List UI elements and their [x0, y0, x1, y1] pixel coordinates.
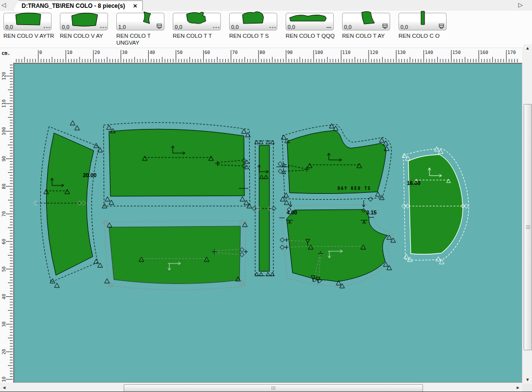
dashes-icon [100, 24, 106, 29]
svg-text:0: 0 [39, 50, 42, 55]
piece-thumbnail-cell: 0,0REN COLO V AY [60, 13, 111, 39]
pattern-piece-side-panel-selected[interactable]: 16.00 [402, 147, 469, 264]
scroll-down-icon[interactable]: ▼ [523, 376, 532, 384]
scroll-left-icon[interactable]: ◄ [0, 384, 8, 392]
piece-thumbnail-label: REN COLO T AY [342, 32, 393, 39]
dashes-icon [213, 24, 219, 29]
piece-thumbnail-cell: 0,0REN COLO T AY [342, 13, 393, 39]
pattern-canvas[interactable]: 20.00DAY KEO TS4.003.1516.00 [14, 64, 522, 382]
svg-text:150: 150 [452, 50, 461, 55]
piece-thumbnail-cell: 0,0REN COLO T QQQ [286, 13, 337, 39]
piece-thumbnail-label: REN COLO T T [173, 32, 224, 39]
tab-close-icon[interactable]: ✕ [133, 3, 137, 9]
plotter-icon [156, 24, 163, 29]
svg-text:3.15: 3.15 [366, 209, 376, 215]
piece-thumbnail-label: REN COLO C O [399, 32, 450, 39]
piece-origin-label: 0,0 [400, 24, 408, 30]
piece-thumbnail[interactable]: 0,0 [3, 13, 52, 30]
piece-thumbnail[interactable]: 0,0 [173, 13, 221, 30]
svg-text:130: 130 [397, 50, 405, 55]
piece-thumbnail-label: REN COLO V AY [60, 32, 111, 39]
svg-text:30: 30 [1, 321, 6, 327]
svg-text:80: 80 [1, 183, 6, 189]
svg-text:110: 110 [342, 50, 350, 55]
piece-thumbnail-cell: 0,0REN COLO V AYTR [3, 13, 54, 39]
piece-thumbnail[interactable]: 1,0 [116, 13, 164, 30]
svg-text:20.00: 20.00 [83, 172, 97, 178]
pattern-piece-top-panel[interactable] [102, 123, 252, 208]
svg-text:40: 40 [149, 50, 155, 55]
piece-origin-label: 0,0 [62, 24, 69, 30]
svg-text:100: 100 [315, 50, 323, 55]
piece-origin-label: 0,0 [5, 24, 13, 30]
horizontal-ruler: cm.0102030405060708090100110120130140150… [0, 48, 522, 63]
svg-text:DAY KEO TS: DAY KEO TS [338, 186, 371, 191]
svg-text:10: 10 [1, 376, 6, 382]
svg-text:90: 90 [287, 50, 293, 55]
tab-scroll-right-icon[interactable]: ▷ [518, 1, 523, 9]
piece-thumbnail-cell: 1,0REN COLO T UNGVAY [116, 13, 167, 46]
svg-text:110: 110 [1, 99, 6, 107]
horizontal-scrollbar[interactable]: ◄ ► [0, 384, 522, 392]
piece-origin-label: 1,0 [118, 24, 126, 30]
svg-text:170: 170 [507, 50, 516, 55]
piece-thumbnail-label: REN COLO T QQQ [286, 32, 337, 39]
piece-thumbnail[interactable]: 0,0 [286, 13, 334, 30]
scroll-up-icon[interactable]: ▲ [523, 44, 532, 52]
svg-text:70: 70 [232, 50, 238, 55]
piece-thumbnail-cell: 0,0REN COLO T S [229, 13, 280, 39]
scrollbar-grip [526, 226, 530, 229]
svg-text:16.00: 16.00 [407, 180, 421, 186]
horizontal-scrollbar-thumb[interactable] [124, 384, 423, 392]
scrollbar-grip [272, 386, 275, 390]
pattern-piece-curved-band[interactable]: 20.00 [34, 121, 103, 287]
piece-thumbnail[interactable]: 0,0 [342, 13, 390, 30]
canvas-viewport[interactable]: 20.00DAY KEO TS4.003.1516.00 [13, 63, 522, 383]
svg-text:80: 80 [260, 50, 266, 55]
svg-text:160: 160 [480, 50, 488, 55]
pattern-piece-front-bodice[interactable]: DAY KEO TS [276, 124, 392, 205]
svg-text:40: 40 [1, 294, 6, 300]
piece-thumbnail[interactable]: 0,0 [229, 13, 277, 30]
piece-origin-label: 0,0 [175, 24, 182, 30]
svg-text:70: 70 [1, 211, 6, 217]
plotter-icon [382, 24, 389, 29]
piece-origin-label: 0,0 [231, 24, 239, 30]
svg-text:90: 90 [1, 156, 6, 162]
document-tab[interactable]: D:TRANG_TB\REN COLO - 8 piece(s) ✕ [13, 0, 143, 11]
piece-thumbnail-label: REN COLO T S [229, 32, 280, 39]
vertical-scrollbar[interactable]: ▲ ▼ [523, 44, 532, 384]
svg-text:60: 60 [205, 50, 211, 55]
svg-text:100: 100 [1, 127, 6, 135]
pattern-piece-bottom-panel[interactable] [103, 219, 248, 290]
vertical-scrollbar-thumb[interactable] [524, 104, 532, 350]
thumbnail-panel: 0,0REN COLO V AYTR0,0REN COLO V AY1,0REN… [0, 11, 532, 48]
document-tab-title: D:TRANG_TB\REN COLO - 8 piece(s) [22, 2, 125, 9]
dashes-icon [325, 24, 332, 29]
piece-origin-label: 0,0 [288, 24, 295, 30]
piece-thumbnail-label: REN COLO T UNGVAY [116, 32, 167, 46]
svg-text:60: 60 [1, 238, 6, 244]
pattern-piece-center-strip[interactable] [252, 140, 276, 276]
vertical-ruler: 120110100908070605040302010 [0, 63, 13, 383]
svg-text:50: 50 [177, 50, 183, 55]
svg-text:120: 120 [370, 50, 378, 55]
pattern-design-window: ◁ D:TRANG_TB\REN COLO - 8 piece(s) ✕ ▷ 0… [0, 0, 532, 392]
svg-text:4.00: 4.00 [287, 209, 297, 215]
piece-thumbnail-label: REN COLO V AYTR [3, 32, 54, 39]
svg-text:140: 140 [425, 50, 433, 55]
piece-thumbnail-cell: 0,0REN COLO T T [173, 13, 224, 39]
svg-text:30: 30 [122, 50, 128, 55]
svg-text:120: 120 [1, 72, 6, 80]
pattern-piece-seat-piece[interactable]: 4.003.15 [279, 200, 396, 288]
tab-scroll-left-icon[interactable]: ◁ [1, 1, 6, 9]
dashes-icon [43, 24, 50, 29]
plotter-icon [438, 24, 445, 29]
scroll-right-icon[interactable]: ► [514, 384, 522, 392]
svg-text:50: 50 [1, 266, 6, 272]
piece-thumbnail-cell: 0,0REN COLO C O [399, 13, 450, 39]
piece-origin-label: 0,0 [344, 24, 351, 30]
piece-thumbnail[interactable]: 0,0 [60, 13, 108, 30]
piece-thumbnail[interactable]: 0,0 [399, 13, 447, 30]
svg-text:20: 20 [94, 50, 100, 55]
